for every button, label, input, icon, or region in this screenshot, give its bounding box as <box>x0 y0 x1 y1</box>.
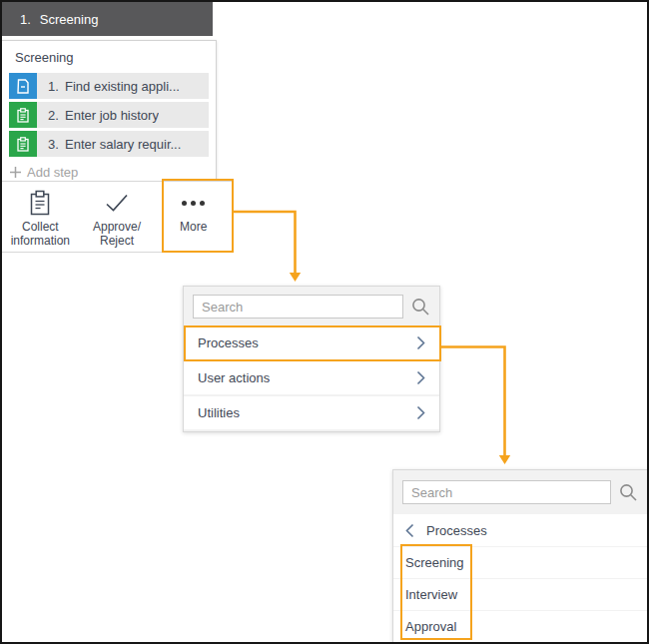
step-number: 1. <box>48 79 65 94</box>
check-icon <box>104 191 130 215</box>
menu-item-processes[interactable]: Processes <box>184 326 439 359</box>
steps-list: 1. Find existing appli... 2. Enter job h… <box>2 73 216 157</box>
arrow-down-icon <box>290 273 301 282</box>
process-item-label: Approval <box>405 619 456 634</box>
search-icon[interactable] <box>619 483 638 502</box>
stage-number: 1. <box>20 12 31 27</box>
processes-submenu: Processes Screening Interview Approval <box>392 469 647 642</box>
back-to-processes[interactable]: Processes <box>393 514 647 546</box>
collect-information-button[interactable]: Collect information <box>2 182 79 252</box>
clipboard-icon <box>9 102 37 128</box>
search-input[interactable] <box>193 295 403 319</box>
add-step-label: Add step <box>27 165 78 180</box>
menu-item-label: Utilities <box>198 405 416 420</box>
back-label: Processes <box>426 523 487 538</box>
collect-information-label: Collect information <box>11 220 70 248</box>
step-row-find-existing[interactable]: 1. Find existing appli... <box>9 73 209 99</box>
arrow-down-icon <box>499 455 510 464</box>
chevron-right-icon <box>416 335 425 350</box>
clipboard-icon <box>28 191 52 215</box>
stage-header-screening[interactable]: 1. Screening <box>2 2 213 36</box>
submenu-search-row <box>393 470 647 514</box>
menu-item-user-actions[interactable]: User actions <box>184 361 439 394</box>
plus-icon <box>9 166 22 179</box>
search-icon[interactable] <box>411 298 430 317</box>
step-number: 3. <box>48 137 65 152</box>
step-type-toolbar: Collect information Approve/ Reject More <box>2 181 233 253</box>
steps-panel: Screening 1. Find existing appli... 2. E… <box>2 40 217 184</box>
document-icon <box>9 73 37 99</box>
ellipsis-icon <box>182 191 205 215</box>
menu-item-label: Processes <box>198 335 416 350</box>
process-item-screening[interactable]: Screening <box>393 547 647 578</box>
process-item-approval[interactable]: Approval <box>393 611 647 642</box>
more-label: More <box>180 220 207 234</box>
chevron-right-icon <box>416 405 425 420</box>
menu-search-row <box>184 287 439 326</box>
menu-item-label: User actions <box>198 370 416 385</box>
chevron-right-icon <box>416 370 425 385</box>
approve-reject-label: Approve/ Reject <box>93 220 141 248</box>
chevron-left-icon <box>405 523 414 538</box>
process-item-interview[interactable]: Interview <box>393 579 647 610</box>
case-designer-screenshot: 1. Screening Screening 1. Find existing … <box>0 0 649 644</box>
step-type-menu: Processes User actions Utilities <box>183 286 440 432</box>
menu-item-utilities[interactable]: Utilities <box>184 396 439 429</box>
step-label: Find existing appli... <box>65 79 180 94</box>
stage-title: Screening <box>40 12 99 27</box>
step-row-enter-salary[interactable]: 3. Enter salary requir... <box>9 131 209 157</box>
more-button[interactable]: More <box>155 182 232 252</box>
step-row-enter-job-history[interactable]: 2. Enter job history <box>9 102 209 128</box>
step-number: 2. <box>48 108 65 123</box>
process-item-label: Interview <box>405 587 457 602</box>
process-item-label: Screening <box>405 555 464 570</box>
search-input[interactable] <box>402 480 611 504</box>
step-label: Enter job history <box>65 108 159 123</box>
clipboard-icon <box>9 131 37 157</box>
approve-reject-button[interactable]: Approve/ Reject <box>79 182 156 252</box>
step-label: Enter salary requir... <box>65 137 181 152</box>
steps-panel-title: Screening <box>2 41 216 73</box>
